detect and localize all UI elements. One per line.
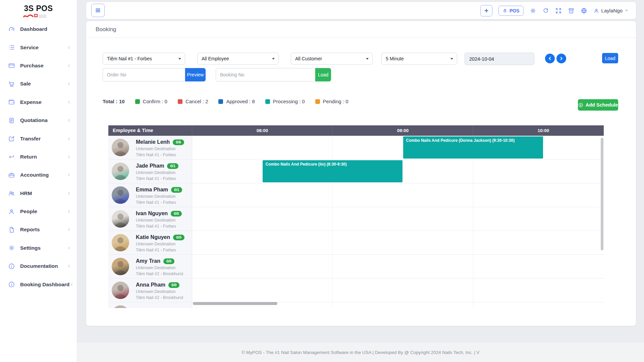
total-value: 10	[119, 99, 125, 104]
sidebar-item-booking-dashboard[interactable]: Booking Dashboard	[0, 275, 77, 293]
sun-button[interactable]	[530, 7, 536, 14]
time-cell[interactable]	[473, 279, 604, 302]
employee-destination: Unknown Destination	[136, 194, 182, 199]
customer-select[interactable]: All Customer	[291, 53, 373, 65]
sidebar-item-hrm[interactable]: HRM	[0, 184, 77, 202]
interval-select[interactable]: 5 Minute	[381, 53, 457, 65]
vertical-scrollbar[interactable]	[601, 138, 603, 250]
sidebar-item-dashboard[interactable]: Dashboard	[0, 20, 77, 38]
employee-name: Amy Tran	[136, 258, 160, 264]
time-cell[interactable]	[473, 160, 604, 183]
employee-destination: Unknown Destination	[136, 218, 182, 223]
employee-destination: Unknown Destination	[136, 242, 184, 246]
hamburger-icon	[95, 7, 101, 14]
time-cell[interactable]	[333, 231, 473, 254]
pos-button[interactable]: POS	[498, 6, 524, 16]
time-cell[interactable]	[333, 183, 473, 207]
sidebar-item-label: Return	[20, 154, 67, 160]
user-icon	[593, 8, 599, 14]
time-cell[interactable]	[333, 302, 473, 308]
sidebar-item-return[interactable]: Return	[0, 148, 77, 166]
employee-booking-badge: 0/0	[163, 258, 174, 264]
archive-button[interactable]	[568, 7, 575, 14]
sidebar-item-label: Service	[20, 45, 67, 51]
employee-cell	[108, 302, 192, 308]
employee-destination: Unknown Destination	[136, 170, 178, 175]
sidebar-item-reports[interactable]: Reports	[0, 221, 77, 239]
booking-event[interactable]: Combo Nails And Pedicure (lio) (8:30-9:3…	[263, 160, 402, 182]
time-cell[interactable]	[473, 183, 604, 207]
sidebar-item-label: Quotationa	[20, 117, 67, 123]
sidebar-item-label: Transfer	[20, 136, 67, 142]
date-value: 2024-10-04	[469, 56, 494, 62]
add-schedule-button[interactable]: Add Schedule	[578, 99, 618, 111]
sidebar: 3S POS DashboardServicePurchaseSaleExpen…	[0, 0, 77, 362]
horizontal-scrollbar[interactable]	[193, 302, 277, 305]
status-confirm: Confirm : 0	[135, 99, 167, 104]
globe-button[interactable]	[581, 7, 587, 14]
sidebar-item-quotationa[interactable]: Quotationa	[0, 111, 77, 129]
time-cell[interactable]	[192, 136, 333, 159]
employee-booking-badge: 0/1	[167, 163, 178, 169]
load-button[interactable]: Load	[602, 53, 618, 63]
refresh-button[interactable]	[542, 7, 549, 14]
preview-button[interactable]: Preview	[185, 68, 206, 81]
expand-icon	[555, 7, 562, 14]
previous-day-button[interactable]	[545, 54, 555, 63]
employee-info: Emma Pham0/1Unknown DestinationTiêm Nail…	[136, 186, 182, 207]
pos-button-label: POS	[509, 8, 520, 13]
booking-event[interactable]: Combo Nails And Pedicure (Donna Jackson)…	[403, 136, 543, 159]
time-cell[interactable]	[333, 207, 473, 231]
employee-name: Katie Nguyen	[136, 234, 170, 240]
sidebar-item-accounting[interactable]: Accounting	[0, 166, 77, 184]
booking-load-button[interactable]: Load	[315, 68, 331, 81]
next-day-button[interactable]	[556, 54, 566, 63]
avatar-silhouette	[112, 234, 129, 251]
employee-column-header: Employee & Time	[108, 125, 192, 136]
time-cell[interactable]	[473, 231, 604, 254]
navbar-right-group: + POS LaylaNgo	[480, 2, 629, 19]
time-cell[interactable]	[192, 231, 333, 254]
sidebar-toggle-button[interactable]	[91, 4, 105, 17]
add-button[interactable]: +	[480, 5, 492, 16]
time-column-header: 10:00	[473, 125, 604, 136]
sidebar-item-label: People	[20, 208, 67, 215]
content-card: Booking Tiệm Nail #1 - Forbes All Employ…	[86, 21, 636, 326]
employee-cell: Emma Pham0/1Unknown DestinationTiêm Nail…	[108, 183, 192, 207]
sidebar-item-transfer[interactable]: Transfer	[0, 129, 77, 147]
status-label: Pending : 0	[323, 99, 348, 104]
status-approved: Approved : 8	[218, 99, 255, 104]
time-cell[interactable]	[333, 255, 473, 278]
time-cell[interactable]	[473, 255, 604, 278]
employee-select[interactable]: All Employee	[197, 53, 279, 65]
briefcase-icon	[8, 172, 15, 179]
time-cell[interactable]	[192, 279, 333, 302]
sidebar-item-expense[interactable]: Expense	[0, 93, 77, 111]
order-no-input[interactable]	[103, 68, 185, 81]
time-cell[interactable]	[473, 302, 604, 308]
expand-button[interactable]	[555, 7, 562, 14]
employee-store: Tiêm Nail #2 - Brookhurst	[136, 272, 183, 276]
employee-booking-badge: 0/0	[168, 282, 179, 288]
time-cell[interactable]	[333, 279, 473, 302]
employee-info: Ivan Nguyen0/0Unknown DestinationTiêm Na…	[136, 210, 182, 231]
schedule-header: Employee & Time 08:0009:0010:00	[108, 125, 604, 136]
employee-booking-badge: 0/0	[171, 211, 182, 217]
sidebar-item-documentation[interactable]: Documentation	[0, 257, 77, 275]
user-menu[interactable]: LaylaNgo	[593, 8, 629, 14]
chevron-left-icon	[67, 246, 71, 250]
store-select[interactable]: Tiệm Nail #1 - Forbes	[103, 53, 185, 65]
time-cell[interactable]	[192, 207, 333, 231]
time-cell[interactable]	[192, 183, 333, 207]
sidebar-item-settings[interactable]: Settings	[0, 239, 77, 257]
app-logo[interactable]: 3S POS	[0, 0, 77, 20]
date-input[interactable]: 2024-10-04	[465, 53, 534, 65]
time-cell[interactable]	[473, 207, 604, 231]
employee-store: Tiêm Nail #2 - Brookhurst	[136, 295, 183, 300]
sidebar-item-people[interactable]: People	[0, 202, 77, 221]
sidebar-item-purchase[interactable]: Purchase	[0, 57, 77, 75]
booking-no-input[interactable]	[216, 68, 315, 81]
sidebar-item-service[interactable]: Service	[0, 38, 77, 56]
time-cell[interactable]	[192, 255, 333, 278]
sidebar-item-sale[interactable]: Sale	[0, 75, 77, 93]
